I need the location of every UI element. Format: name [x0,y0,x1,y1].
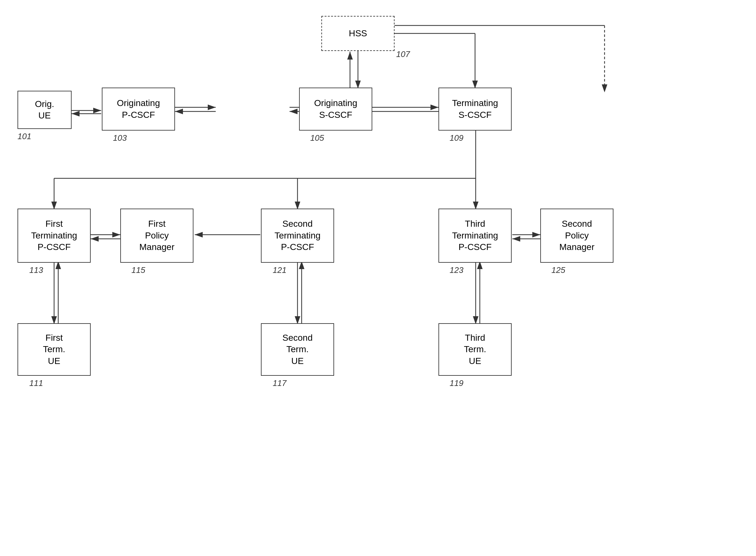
second-term-pcscf-id: 121 [273,265,287,275]
first-term-ue-node: FirstTerm.UE [17,323,91,376]
second-term-ue-node: SecondTerm.UE [261,323,334,376]
arrows-svg [0,0,756,556]
orig-scscf-label: OriginatingS-CSCF [314,98,357,121]
term-scscf-label: TerminatingS-CSCF [452,98,498,121]
orig-scscf-node: OriginatingS-CSCF [299,88,372,131]
third-term-pcscf-node: ThirdTerminatingP-CSCF [439,209,512,263]
second-term-pcscf-label: SecondTerminatingP-CSCF [275,218,321,253]
orig-pcscf-node: OriginatingP-CSCF [102,88,175,131]
first-term-pcscf-id: 113 [29,265,43,275]
first-term-pcscf-node: FirstTerminatingP-CSCF [17,209,91,263]
orig-scscf-id: 105 [310,133,324,143]
third-term-ue-node: ThirdTerm.UE [439,323,512,376]
hss-node: HSS [322,16,394,51]
first-term-ue-id: 111 [29,378,43,388]
second-term-ue-label: SecondTerm.UE [282,332,313,367]
third-term-ue-label: ThirdTerm.UE [464,332,486,367]
second-policy-mgr-node: SecondPolicyManager [540,209,613,263]
first-term-pcscf-label: FirstTerminatingP-CSCF [31,218,77,253]
second-term-ue-id: 117 [273,378,287,388]
hss-id: 107 [396,49,410,59]
orig-ue-node: Orig.UE [17,91,72,129]
second-term-pcscf-node: SecondTerminatingP-CSCF [261,209,334,263]
orig-ue-id: 101 [17,132,31,141]
orig-ue-label: Orig.UE [35,98,54,121]
first-policy-mgr-id: 115 [131,265,145,275]
second-policy-mgr-label: SecondPolicyManager [559,218,595,253]
diagram-container: HSS 107 Orig.UE 101 OriginatingP-CSCF 10… [0,0,756,556]
term-scscf-node: TerminatingS-CSCF [439,88,512,131]
orig-pcscf-label: OriginatingP-CSCF [117,98,160,121]
first-term-ue-label: FirstTerm.UE [43,332,65,367]
first-policy-mgr-node: FirstPolicyManager [120,209,193,263]
orig-pcscf-id: 103 [113,133,127,143]
third-term-ue-id: 119 [450,378,463,388]
term-scscf-id: 109 [450,133,463,143]
third-term-pcscf-label: ThirdTerminatingP-CSCF [452,218,498,253]
hss-label: HSS [349,28,367,39]
second-policy-mgr-id: 125 [552,265,565,275]
third-term-pcscf-id: 123 [450,265,463,275]
first-policy-mgr-label: FirstPolicyManager [139,218,175,253]
